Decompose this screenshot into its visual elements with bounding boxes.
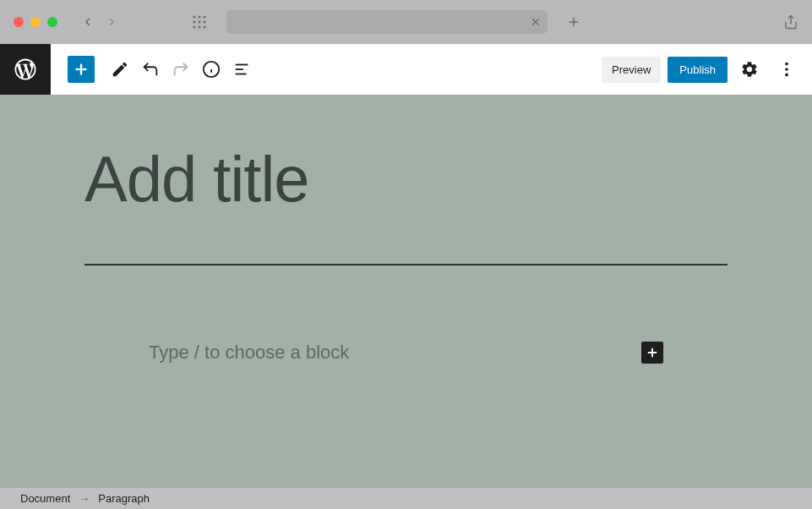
breadcrumb-current[interactable]: Paragraph (98, 492, 150, 505)
separator-line (84, 264, 728, 265)
preview-button[interactable]: Preview (602, 57, 661, 83)
browser-chrome: ✕ (0, 0, 812, 44)
svg-point-4 (199, 21, 201, 24)
info-icon[interactable] (196, 54, 226, 85)
svg-point-7 (199, 26, 201, 29)
svg-point-21 (785, 68, 788, 71)
more-options-button[interactable] (771, 54, 802, 85)
svg-point-6 (193, 26, 196, 29)
maximize-window-button[interactable] (47, 17, 57, 27)
redo-button (166, 54, 196, 85)
svg-point-0 (193, 16, 196, 19)
edit-tool-icon[interactable] (105, 54, 135, 85)
settings-button[interactable] (734, 54, 765, 85)
paragraph-block[interactable]: Type / to choose a block (84, 342, 728, 364)
back-button[interactable] (81, 15, 95, 29)
publish-button[interactable]: Publish (668, 57, 728, 83)
new-tab-button[interactable] (566, 14, 581, 30)
address-bar[interactable]: ✕ (226, 10, 548, 34)
breadcrumb: Document → Paragraph (0, 488, 812, 509)
chevron-right-icon: → (79, 492, 90, 505)
svg-point-2 (204, 16, 206, 19)
wordpress-logo[interactable] (0, 44, 51, 95)
share-button[interactable] (783, 14, 798, 30)
traffic-lights (14, 17, 57, 27)
inline-add-block-button[interactable] (641, 342, 663, 364)
apps-grid-icon[interactable] (193, 15, 206, 29)
close-window-button[interactable] (14, 17, 24, 27)
add-block-button[interactable] (68, 56, 95, 83)
forward-button[interactable] (105, 15, 118, 29)
svg-point-22 (785, 74, 788, 77)
undo-button[interactable] (135, 54, 166, 85)
svg-point-8 (204, 26, 206, 29)
breadcrumb-root[interactable]: Document (20, 492, 70, 505)
svg-point-5 (204, 21, 206, 24)
editor-canvas: Add title Type / to choose a block (0, 95, 812, 488)
minimize-window-button[interactable] (30, 17, 41, 27)
toolbar-right: Preview Publish (602, 54, 802, 85)
nav-arrows (81, 15, 118, 29)
post-title-placeholder[interactable]: Add title (84, 145, 728, 213)
outline-icon[interactable] (226, 54, 257, 85)
svg-point-3 (193, 21, 196, 24)
clear-address-icon[interactable]: ✕ (531, 15, 541, 29)
svg-point-1 (199, 16, 201, 19)
editor-toolbar: Preview Publish (0, 44, 812, 95)
paragraph-placeholder[interactable]: Type / to choose a block (149, 342, 641, 364)
svg-point-20 (785, 63, 788, 66)
